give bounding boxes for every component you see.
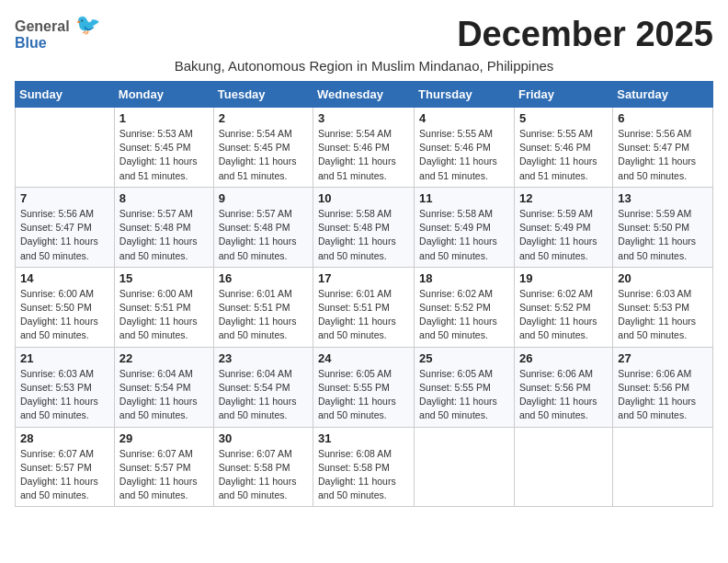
day-info: Sunrise: 5:57 AMSunset: 5:48 PMDaylight:…: [219, 207, 308, 263]
day-info: Sunrise: 6:03 AMSunset: 5:53 PMDaylight:…: [618, 287, 708, 343]
col-tuesday: Tuesday: [213, 82, 313, 108]
calendar-cell: 19Sunrise: 6:02 AMSunset: 5:52 PMDayligh…: [514, 267, 612, 347]
day-info: Sunrise: 6:01 AMSunset: 5:51 PMDaylight:…: [318, 287, 409, 343]
logo-blue: Blue: [15, 35, 47, 51]
calendar-cell: 15Sunrise: 6:00 AMSunset: 5:51 PMDayligh…: [114, 267, 213, 347]
calendar-week-row: 1Sunrise: 5:53 AMSunset: 5:45 PMDaylight…: [16, 108, 713, 188]
calendar-cell: 23Sunrise: 6:04 AMSunset: 5:54 PMDayligh…: [213, 347, 313, 427]
calendar-cell: 28Sunrise: 6:07 AMSunset: 5:57 PMDayligh…: [16, 427, 115, 507]
day-number: 26: [519, 351, 608, 365]
calendar-cell: [16, 108, 115, 188]
day-info: Sunrise: 6:03 AMSunset: 5:53 PMDaylight:…: [20, 367, 109, 423]
day-info: Sunrise: 5:56 AMSunset: 5:47 PMDaylight:…: [618, 127, 708, 183]
calendar-cell: 22Sunrise: 6:04 AMSunset: 5:54 PMDayligh…: [114, 347, 213, 427]
day-number: 17: [318, 271, 409, 285]
logo-general: General: [15, 18, 70, 34]
day-info: Sunrise: 5:55 AMSunset: 5:46 PMDaylight:…: [519, 127, 608, 183]
calendar-cell: 26Sunrise: 6:06 AMSunset: 5:56 PMDayligh…: [514, 347, 612, 427]
day-info: Sunrise: 6:07 AMSunset: 5:58 PMDaylight:…: [219, 447, 308, 503]
calendar-cell: 17Sunrise: 6:01 AMSunset: 5:51 PMDayligh…: [313, 267, 415, 347]
calendar-cell: 24Sunrise: 6:05 AMSunset: 5:55 PMDayligh…: [313, 347, 415, 427]
day-info: Sunrise: 5:58 AMSunset: 5:49 PMDaylight:…: [419, 207, 509, 263]
location-title: Bakung, Autonomous Region in Muslim Mind…: [15, 58, 713, 74]
day-number: 7: [20, 191, 109, 205]
day-info: Sunrise: 6:02 AMSunset: 5:52 PMDaylight:…: [519, 287, 608, 343]
calendar-cell: 27Sunrise: 6:06 AMSunset: 5:56 PMDayligh…: [613, 347, 713, 427]
day-info: Sunrise: 5:59 AMSunset: 5:49 PMDaylight:…: [519, 207, 608, 263]
calendar-table: Sunday Monday Tuesday Wednesday Thursday…: [15, 81, 713, 507]
calendar-cell: 12Sunrise: 5:59 AMSunset: 5:49 PMDayligh…: [514, 187, 612, 267]
day-info: Sunrise: 6:00 AMSunset: 5:51 PMDaylight:…: [119, 287, 209, 343]
day-number: 25: [419, 351, 509, 365]
day-number: 20: [618, 271, 708, 285]
day-info: Sunrise: 5:56 AMSunset: 5:47 PMDaylight:…: [20, 207, 109, 263]
calendar-week-row: 28Sunrise: 6:07 AMSunset: 5:57 PMDayligh…: [16, 427, 713, 507]
calendar-week-row: 14Sunrise: 6:00 AMSunset: 5:50 PMDayligh…: [16, 267, 713, 347]
calendar-cell: 7Sunrise: 5:56 AMSunset: 5:47 PMDaylight…: [16, 187, 115, 267]
day-number: 22: [119, 351, 209, 365]
calendar-cell: [613, 427, 713, 507]
day-info: Sunrise: 6:02 AMSunset: 5:52 PMDaylight:…: [419, 287, 509, 343]
calendar-cell: 8Sunrise: 5:57 AMSunset: 5:48 PMDaylight…: [114, 187, 213, 267]
calendar-cell: 30Sunrise: 6:07 AMSunset: 5:58 PMDayligh…: [213, 427, 313, 507]
day-number: 28: [20, 431, 109, 445]
calendar-cell: 3Sunrise: 5:54 AMSunset: 5:46 PMDaylight…: [313, 108, 415, 188]
day-info: Sunrise: 6:07 AMSunset: 5:57 PMDaylight:…: [20, 447, 109, 503]
calendar-week-row: 21Sunrise: 6:03 AMSunset: 5:53 PMDayligh…: [16, 347, 713, 427]
day-number: 13: [618, 191, 708, 205]
logo-bird-icon: 🐦: [75, 13, 100, 36]
calendar-cell: 4Sunrise: 5:55 AMSunset: 5:46 PMDaylight…: [415, 108, 515, 188]
calendar-cell: 6Sunrise: 5:56 AMSunset: 5:47 PMDaylight…: [613, 108, 713, 188]
day-info: Sunrise: 6:00 AMSunset: 5:50 PMDaylight:…: [20, 287, 109, 343]
day-info: Sunrise: 6:08 AMSunset: 5:58 PMDaylight:…: [318, 447, 409, 503]
calendar-cell: 16Sunrise: 6:01 AMSunset: 5:51 PMDayligh…: [213, 267, 313, 347]
day-number: 19: [519, 271, 608, 285]
calendar-cell: 25Sunrise: 6:05 AMSunset: 5:55 PMDayligh…: [415, 347, 515, 427]
day-number: 5: [519, 111, 608, 125]
day-info: Sunrise: 6:06 AMSunset: 5:56 PMDaylight:…: [519, 367, 608, 423]
day-number: 18: [419, 271, 509, 285]
logo-text: General 🐦: [15, 15, 100, 35]
day-number: 21: [20, 351, 109, 365]
day-info: Sunrise: 5:55 AMSunset: 5:46 PMDaylight:…: [419, 127, 509, 183]
day-number: 8: [119, 191, 209, 205]
day-info: Sunrise: 5:58 AMSunset: 5:48 PMDaylight:…: [318, 207, 409, 263]
day-number: 23: [219, 351, 308, 365]
calendar-cell: 21Sunrise: 6:03 AMSunset: 5:53 PMDayligh…: [16, 347, 115, 427]
col-sunday: Sunday: [16, 82, 115, 108]
day-info: Sunrise: 5:54 AMSunset: 5:46 PMDaylight:…: [318, 127, 409, 183]
day-info: Sunrise: 6:07 AMSunset: 5:57 PMDaylight:…: [119, 447, 209, 503]
calendar-cell: 5Sunrise: 5:55 AMSunset: 5:46 PMDaylight…: [514, 108, 612, 188]
day-number: 11: [419, 191, 509, 205]
calendar-cell: 14Sunrise: 6:00 AMSunset: 5:50 PMDayligh…: [16, 267, 115, 347]
calendar-cell: 18Sunrise: 6:02 AMSunset: 5:52 PMDayligh…: [415, 267, 515, 347]
day-info: Sunrise: 5:57 AMSunset: 5:48 PMDaylight:…: [119, 207, 209, 263]
day-number: 6: [618, 111, 708, 125]
calendar-cell: [514, 427, 612, 507]
day-number: 30: [219, 431, 308, 445]
day-info: Sunrise: 6:01 AMSunset: 5:51 PMDaylight:…: [219, 287, 308, 343]
calendar-cell: 1Sunrise: 5:53 AMSunset: 5:45 PMDaylight…: [114, 108, 213, 188]
day-number: 4: [419, 111, 509, 125]
col-monday: Monday: [114, 82, 213, 108]
calendar-cell: 11Sunrise: 5:58 AMSunset: 5:49 PMDayligh…: [415, 187, 515, 267]
calendar-cell: 29Sunrise: 6:07 AMSunset: 5:57 PMDayligh…: [114, 427, 213, 507]
col-friday: Friday: [514, 82, 612, 108]
day-info: Sunrise: 5:54 AMSunset: 5:45 PMDaylight:…: [219, 127, 308, 183]
calendar-cell: [415, 427, 515, 507]
col-thursday: Thursday: [415, 82, 515, 108]
day-number: 1: [119, 111, 209, 125]
col-saturday: Saturday: [613, 82, 713, 108]
day-info: Sunrise: 6:04 AMSunset: 5:54 PMDaylight:…: [219, 367, 308, 423]
day-number: 10: [318, 191, 409, 205]
page-container: General 🐦 Blue December 2025 Bakung, Aut…: [15, 15, 713, 507]
day-info: Sunrise: 5:59 AMSunset: 5:50 PMDaylight:…: [618, 207, 708, 263]
calendar-cell: 20Sunrise: 6:03 AMSunset: 5:53 PMDayligh…: [613, 267, 713, 347]
day-number: 3: [318, 111, 409, 125]
calendar-header-row: Sunday Monday Tuesday Wednesday Thursday…: [16, 82, 713, 108]
col-wednesday: Wednesday: [313, 82, 415, 108]
calendar-cell: 9Sunrise: 5:57 AMSunset: 5:48 PMDaylight…: [213, 187, 313, 267]
day-info: Sunrise: 6:04 AMSunset: 5:54 PMDaylight:…: [119, 367, 209, 423]
day-info: Sunrise: 5:53 AMSunset: 5:45 PMDaylight:…: [119, 127, 209, 183]
calendar-cell: 2Sunrise: 5:54 AMSunset: 5:45 PMDaylight…: [213, 108, 313, 188]
